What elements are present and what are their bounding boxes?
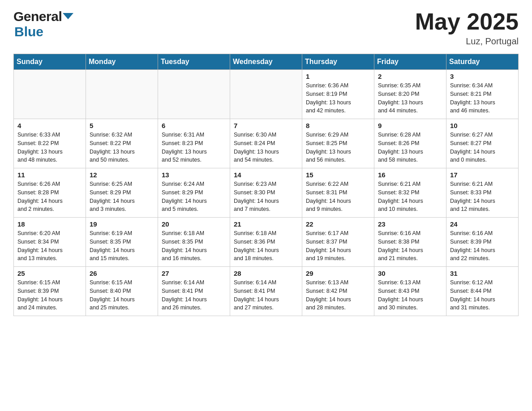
calendar-week-5: 25Sunrise: 6:15 AM Sunset: 8:39 PM Dayli… — [14, 267, 519, 316]
calendar-cell: 4Sunrise: 6:33 AM Sunset: 8:22 PM Daylig… — [14, 119, 86, 168]
calendar-header: SundayMondayTuesdayWednesdayThursdayFrid… — [14, 54, 519, 70]
calendar-week-1: 1Sunrise: 6:36 AM Sunset: 8:19 PM Daylig… — [14, 70, 519, 119]
day-info: Sunrise: 6:18 AM Sunset: 8:36 PM Dayligh… — [234, 229, 298, 263]
calendar-cell: 1Sunrise: 6:36 AM Sunset: 8:19 PM Daylig… — [302, 70, 374, 119]
day-number: 21 — [234, 220, 298, 228]
day-info: Sunrise: 6:29 AM Sunset: 8:25 PM Dayligh… — [306, 131, 370, 164]
day-number: 20 — [162, 220, 226, 228]
day-number: 19 — [90, 220, 154, 228]
day-info: Sunrise: 6:31 AM Sunset: 8:23 PM Dayligh… — [162, 131, 226, 164]
calendar-cell: 7Sunrise: 6:30 AM Sunset: 8:24 PM Daylig… — [230, 119, 302, 168]
day-number: 1 — [306, 73, 370, 80]
day-info: Sunrise: 6:28 AM Sunset: 8:26 PM Dayligh… — [378, 131, 442, 164]
day-info: Sunrise: 6:36 AM Sunset: 8:19 PM Dayligh… — [306, 81, 370, 115]
calendar-title: May 2025 — [415, 9, 519, 34]
calendar-cell: 8Sunrise: 6:29 AM Sunset: 8:25 PM Daylig… — [302, 119, 374, 168]
day-info: Sunrise: 6:35 AM Sunset: 8:20 PM Dayligh… — [378, 81, 442, 115]
calendar-cell: 18Sunrise: 6:20 AM Sunset: 8:34 PM Dayli… — [14, 218, 86, 267]
weekday-header-monday: Monday — [86, 54, 158, 70]
logo-triangle-icon — [63, 13, 73, 19]
calendar-cell: 2Sunrise: 6:35 AM Sunset: 8:20 PM Daylig… — [374, 70, 446, 119]
calendar-cell: 20Sunrise: 6:18 AM Sunset: 8:35 PM Dayli… — [158, 218, 230, 267]
calendar-cell: 21Sunrise: 6:18 AM Sunset: 8:36 PM Dayli… — [230, 218, 302, 267]
calendar-cell: 31Sunrise: 6:12 AM Sunset: 8:44 PM Dayli… — [446, 267, 519, 316]
calendar-cell — [86, 70, 158, 119]
day-number: 16 — [378, 171, 442, 179]
calendar-cell — [158, 70, 230, 119]
calendar-cell: 11Sunrise: 6:26 AM Sunset: 8:28 PM Dayli… — [14, 168, 86, 218]
calendar-week-3: 11Sunrise: 6:26 AM Sunset: 8:28 PM Dayli… — [14, 168, 519, 218]
day-number: 5 — [90, 122, 154, 129]
calendar-cell: 15Sunrise: 6:22 AM Sunset: 8:31 PM Dayli… — [302, 168, 374, 218]
day-info: Sunrise: 6:32 AM Sunset: 8:22 PM Dayligh… — [90, 131, 154, 164]
calendar-cell: 14Sunrise: 6:23 AM Sunset: 8:30 PM Dayli… — [230, 168, 302, 218]
calendar-cell: 26Sunrise: 6:15 AM Sunset: 8:40 PM Dayli… — [86, 267, 158, 316]
day-number: 27 — [162, 270, 226, 277]
day-number: 6 — [162, 122, 226, 129]
weekday-header-row: SundayMondayTuesdayWednesdayThursdayFrid… — [14, 54, 519, 70]
day-number: 12 — [90, 171, 154, 179]
day-number: 28 — [234, 270, 298, 277]
logo: General Blue — [13, 9, 73, 39]
day-info: Sunrise: 6:14 AM Sunset: 8:41 PM Dayligh… — [162, 278, 226, 312]
calendar-week-4: 18Sunrise: 6:20 AM Sunset: 8:34 PM Dayli… — [14, 218, 519, 267]
calendar-cell: 29Sunrise: 6:13 AM Sunset: 8:42 PM Dayli… — [302, 267, 374, 316]
day-info: Sunrise: 6:21 AM Sunset: 8:33 PM Dayligh… — [450, 180, 515, 214]
calendar-title-block: May 2025 Luz, Portugal — [415, 9, 519, 47]
day-info: Sunrise: 6:20 AM Sunset: 8:34 PM Dayligh… — [17, 229, 82, 263]
calendar-cell — [14, 70, 86, 119]
day-info: Sunrise: 6:26 AM Sunset: 8:28 PM Dayligh… — [17, 180, 82, 214]
weekday-header-saturday: Saturday — [446, 54, 519, 70]
day-info: Sunrise: 6:25 AM Sunset: 8:29 PM Dayligh… — [90, 180, 154, 214]
day-number: 14 — [234, 171, 298, 179]
day-info: Sunrise: 6:21 AM Sunset: 8:32 PM Dayligh… — [378, 180, 442, 214]
calendar-cell: 24Sunrise: 6:16 AM Sunset: 8:39 PM Dayli… — [446, 218, 519, 267]
day-number: 9 — [378, 122, 442, 129]
day-info: Sunrise: 6:13 AM Sunset: 8:43 PM Dayligh… — [378, 278, 442, 312]
day-number: 13 — [162, 171, 226, 179]
calendar-cell: 27Sunrise: 6:14 AM Sunset: 8:41 PM Dayli… — [158, 267, 230, 316]
calendar-cell: 13Sunrise: 6:24 AM Sunset: 8:29 PM Dayli… — [158, 168, 230, 218]
calendar-cell: 30Sunrise: 6:13 AM Sunset: 8:43 PM Dayli… — [374, 267, 446, 316]
calendar-cell: 19Sunrise: 6:19 AM Sunset: 8:35 PM Dayli… — [86, 218, 158, 267]
day-number: 25 — [17, 270, 82, 277]
day-number: 11 — [17, 171, 82, 179]
weekday-header-thursday: Thursday — [302, 54, 374, 70]
day-number: 30 — [378, 270, 442, 277]
day-info: Sunrise: 6:15 AM Sunset: 8:39 PM Dayligh… — [17, 278, 82, 312]
day-info: Sunrise: 6:18 AM Sunset: 8:35 PM Dayligh… — [162, 229, 226, 263]
weekday-header-tuesday: Tuesday — [158, 54, 230, 70]
day-number: 7 — [234, 122, 298, 129]
calendar-cell: 12Sunrise: 6:25 AM Sunset: 8:29 PM Dayli… — [86, 168, 158, 218]
day-info: Sunrise: 6:24 AM Sunset: 8:29 PM Dayligh… — [162, 180, 226, 214]
day-number: 23 — [378, 220, 442, 228]
day-number: 22 — [306, 220, 370, 228]
calendar-cell: 5Sunrise: 6:32 AM Sunset: 8:22 PM Daylig… — [86, 119, 158, 168]
weekday-header-friday: Friday — [374, 54, 446, 70]
day-info: Sunrise: 6:14 AM Sunset: 8:41 PM Dayligh… — [234, 278, 298, 312]
day-info: Sunrise: 6:19 AM Sunset: 8:35 PM Dayligh… — [90, 229, 154, 263]
calendar-cell: 16Sunrise: 6:21 AM Sunset: 8:32 PM Dayli… — [374, 168, 446, 218]
calendar-cell: 25Sunrise: 6:15 AM Sunset: 8:39 PM Dayli… — [14, 267, 86, 316]
day-info: Sunrise: 6:13 AM Sunset: 8:42 PM Dayligh… — [306, 278, 370, 312]
calendar-table: SundayMondayTuesdayWednesdayThursdayFrid… — [13, 54, 519, 316]
day-info: Sunrise: 6:16 AM Sunset: 8:39 PM Dayligh… — [450, 229, 515, 263]
calendar-cell: 9Sunrise: 6:28 AM Sunset: 8:26 PM Daylig… — [374, 119, 446, 168]
day-info: Sunrise: 6:23 AM Sunset: 8:30 PM Dayligh… — [234, 180, 298, 214]
day-info: Sunrise: 6:33 AM Sunset: 8:22 PM Dayligh… — [17, 131, 82, 164]
day-info: Sunrise: 6:30 AM Sunset: 8:24 PM Dayligh… — [234, 131, 298, 164]
day-info: Sunrise: 6:22 AM Sunset: 8:31 PM Dayligh… — [306, 180, 370, 214]
weekday-header-sunday: Sunday — [14, 54, 86, 70]
day-number: 8 — [306, 122, 370, 129]
day-number: 4 — [17, 122, 82, 129]
calendar-cell: 23Sunrise: 6:16 AM Sunset: 8:38 PM Dayli… — [374, 218, 446, 267]
calendar-cell: 17Sunrise: 6:21 AM Sunset: 8:33 PM Dayli… — [446, 168, 519, 218]
day-number: 2 — [378, 73, 442, 80]
logo-general-text: General — [13, 9, 62, 24]
calendar-cell: 10Sunrise: 6:27 AM Sunset: 8:27 PM Dayli… — [446, 119, 519, 168]
day-number: 15 — [306, 171, 370, 179]
day-number: 3 — [450, 73, 515, 80]
day-info: Sunrise: 6:12 AM Sunset: 8:44 PM Dayligh… — [450, 278, 515, 312]
page-header: General Blue May 2025 Luz, Portugal — [13, 9, 519, 47]
calendar-cell — [230, 70, 302, 119]
